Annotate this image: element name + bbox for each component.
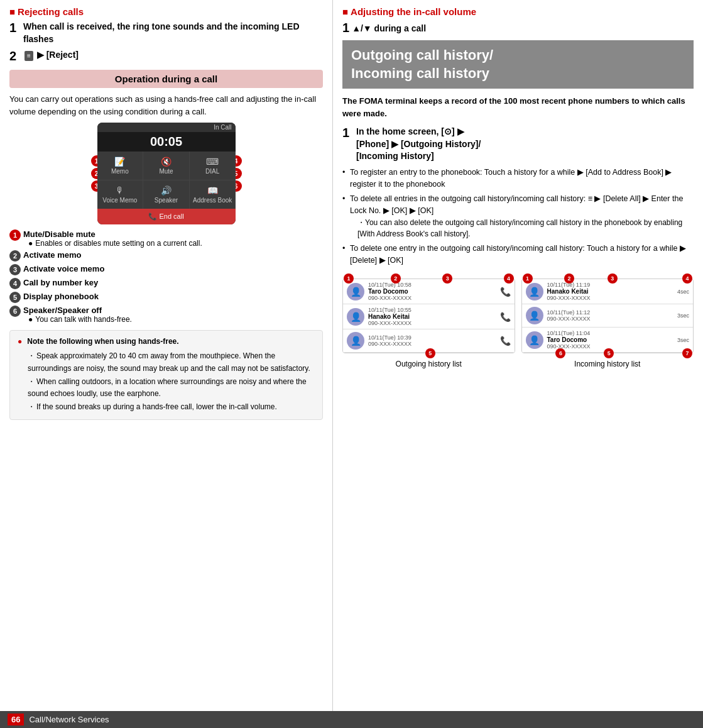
- outgoing-row-1[interactable]: 👤 10/11(Tue) 10:58 Taro Docomo 090-XXX-X…: [343, 279, 515, 304]
- vol-step-line: 1 ▲/▼ during a call: [342, 21, 694, 35]
- out-date-3: 10/11(Tue) 10:39: [368, 334, 496, 341]
- out-num-3: 090-XXX-XXXXX: [368, 341, 496, 347]
- out-num-1: 090-XXX-XXXXX: [368, 295, 496, 301]
- in-avatar-3: 👤: [526, 331, 543, 349]
- anno-item-1: 1 Mute/Disable mute ● Enables or disable…: [9, 229, 323, 248]
- incoming-history-phone: 👤 10/11(Tue) 11:19 Hanako Keitai 090-XXX…: [521, 279, 694, 353]
- anno-item-5: 5 Display phonebook: [9, 292, 323, 303]
- in-history-info-2: 10/11(Tue) 11:12 090-XXX-XXXXX: [547, 309, 673, 322]
- note-box: ● Note the following when using hands-fr…: [9, 330, 323, 420]
- screenshot-wrapper: 1 2 3 4 5 6 In Call 00:05 📝 M: [97, 123, 236, 224]
- incall-phone: In Call 00:05 📝 Memo 🔇 Mute: [97, 123, 236, 224]
- page-number: 66: [8, 714, 24, 725]
- outgoing-row-2[interactable]: 👤 10/11(Tue) 10:55 Hanako Keitai 090-XXX…: [343, 304, 515, 329]
- voice-memo-icon: 🎙: [100, 185, 141, 196]
- in-anno-6: 6: [555, 348, 565, 358]
- incall-btn-speaker[interactable]: 🔊 Speaker: [143, 180, 189, 209]
- history-info-2: 10/11(Tue) 10:55 Hanako Keitai 090-XXX-X…: [368, 307, 496, 326]
- in-date-2: 10/11(Tue) 11:12: [547, 309, 673, 316]
- bullet-item-3: To delete one entry in the outgoing call…: [342, 243, 694, 267]
- incall-btn-memo[interactable]: 📝 Memo: [97, 152, 143, 180]
- call-icon-2: 📞: [500, 312, 511, 322]
- in-duration-2: 3sec: [677, 312, 689, 319]
- in-name-3: Taro Docomo: [547, 336, 673, 343]
- annotation-list: 1 Mute/Disable mute ● Enables or disable…: [9, 229, 323, 324]
- in-anno-7: 7: [682, 348, 692, 358]
- out-name-1: Taro Docomo: [368, 288, 496, 295]
- incall-btn-dial[interactable]: ⌨ DIAL: [190, 152, 236, 180]
- bullet-item-2: To delete all entries in the outgoing ca…: [342, 193, 694, 240]
- out-num-2: 090-XXX-XXXXX: [368, 320, 496, 326]
- avatar-3: 👤: [347, 332, 364, 350]
- addressbook-icon: 📖: [192, 185, 233, 196]
- incall-status-bar: In Call: [97, 123, 236, 132]
- operation-box-title: Operation during a call: [17, 74, 315, 84]
- memo-icon: 📝: [100, 157, 141, 167]
- menu-icon: ≡: [25, 51, 33, 61]
- note-item-2: When calling outdoors, in a location whe…: [28, 376, 315, 400]
- note-item-1: Speak approximately 20 to 40 cm away fro…: [28, 350, 315, 374]
- anno-item-4: 4 Call by number key: [9, 278, 323, 289]
- bullet-dot: ●: [28, 239, 33, 248]
- in-history-info-3: 10/11(Tue) 11:04 Taro Docomo 090-XXX-XXX…: [547, 330, 673, 350]
- incoming-anno-wrapper: 1 2 3 4 6 5 7 👤 10/11(Tue) 11:19 Hanako …: [521, 279, 694, 353]
- outgoing-heading-box: Outgoing call history/Incoming call hist…: [342, 40, 694, 89]
- foma-desc: The FOMA terminal keeps a record of the …: [342, 95, 694, 119]
- avatar-1: 👤: [347, 283, 364, 301]
- page-footer: 66 Call/Network Services: [0, 711, 703, 728]
- incall-btn-mute[interactable]: 🔇 Mute: [143, 152, 189, 180]
- speaker-icon: 🔊: [146, 185, 187, 196]
- anno-item-6: 6 Speaker/Speaker off ● You can talk wit…: [9, 306, 323, 324]
- in-avatar-2: 👤: [526, 307, 543, 324]
- incall-buttons: 📝 Memo 🔇 Mute ⌨ DIAL 🎙: [97, 152, 236, 209]
- step2-reject: 2 ≡ ▶ [Reject]: [9, 49, 323, 63]
- outgoing-history-label: Outgoing history list: [342, 360, 515, 368]
- footer-label: Call/Network Services: [29, 715, 109, 724]
- incall-timer: 00:05: [97, 132, 236, 152]
- incall-screenshot: 1 2 3 4 5 6 In Call 00:05 📝 M: [9, 123, 323, 224]
- in-duration-1: 4sec: [677, 289, 689, 295]
- step1-reject: 1 When call is received, the ring tone s…: [9, 21, 323, 45]
- outgoing-history-col: 1 2 3 4 5 👤 10/11(Tue) 10:58 Taro Docomo…: [342, 272, 515, 368]
- call-icon-1: 📞: [500, 287, 511, 297]
- out-anno-4: 4: [504, 273, 514, 284]
- in-anno-1: 1: [523, 273, 533, 284]
- mute-icon: 🔇: [146, 157, 187, 167]
- rejecting-calls-title: Rejecting calls: [9, 6, 323, 17]
- in-num-1: 090-XXX-XXXXX: [547, 295, 673, 301]
- incoming-row-2[interactable]: 👤 10/11(Tue) 11:12 090-XXX-XXXXX 3sec: [522, 304, 694, 328]
- dial-icon: ⌨: [192, 157, 233, 167]
- avatar-2: 👤: [347, 308, 364, 326]
- incoming-row-1[interactable]: 👤 10/11(Tue) 11:19 Hanako Keitai 090-XXX…: [522, 279, 694, 304]
- history-step1: 1 In the home screen, [⊙] ▶ [Phone] ▶ [O…: [342, 126, 694, 163]
- in-num-2: 090-XXX-XXXXX: [547, 316, 673, 322]
- in-avatar-1: 👤: [526, 283, 543, 301]
- outgoing-history-phone: 👤 10/11(Tue) 10:58 Taro Docomo 090-XXX-X…: [342, 279, 515, 353]
- anno-item-3: 3 Activate voice memo: [9, 264, 323, 275]
- outgoing-heading-title: Outgoing call history/Incoming call hist…: [351, 47, 685, 82]
- incall-btn-addressbook[interactable]: 📖 Address Book: [190, 180, 236, 209]
- in-name-1: Hanako Keitai: [547, 288, 673, 295]
- call-icon-3: 📞: [500, 336, 511, 346]
- in-history-info-1: 10/11(Tue) 11:19 Hanako Keitai 090-XXX-X…: [547, 282, 673, 301]
- in-date-3: 10/11(Tue) 11:04: [547, 330, 673, 336]
- in-anno-5: 5: [604, 348, 614, 358]
- out-date-2: 10/11(Tue) 10:55: [368, 307, 496, 313]
- adjusting-title: Adjusting the in-call volume: [342, 6, 694, 17]
- outgoing-anno-wrapper: 1 2 3 4 5 👤 10/11(Tue) 10:58 Taro Docomo…: [342, 279, 515, 353]
- incall-btn-voicememo[interactable]: 🎙 Voice Memo: [97, 180, 143, 209]
- out-anno-5: 5: [425, 348, 435, 358]
- operation-box: Operation during a call: [9, 70, 323, 88]
- operation-desc: You can carry out operations such as usi…: [9, 93, 323, 118]
- note-header: ● Note the following when using hands-fr…: [18, 336, 315, 348]
- out-name-2: Hanako Keitai: [368, 313, 496, 320]
- right-column: Adjusting the in-call volume 1 ▲/▼ durin…: [333, 0, 703, 711]
- history-bullet-list: To register an entry to the phonebook: T…: [342, 167, 694, 267]
- bullet-item-1: To register an entry to the phonebook: T…: [342, 167, 694, 190]
- history-info-1: 10/11(Tue) 10:58 Taro Docomo 090-XXX-XXX…: [368, 282, 496, 301]
- history-section: 1 2 3 4 5 👤 10/11(Tue) 10:58 Taro Docomo…: [342, 272, 694, 368]
- note-item-3: If the sound breaks up during a hands-fr…: [28, 401, 315, 413]
- end-call-button[interactable]: 📞 End call: [97, 209, 236, 224]
- history-step1-text: In the home screen, [⊙] ▶ [Phone] ▶ [Out…: [356, 126, 481, 163]
- left-column: Rejecting calls 1 When call is received,…: [0, 0, 333, 711]
